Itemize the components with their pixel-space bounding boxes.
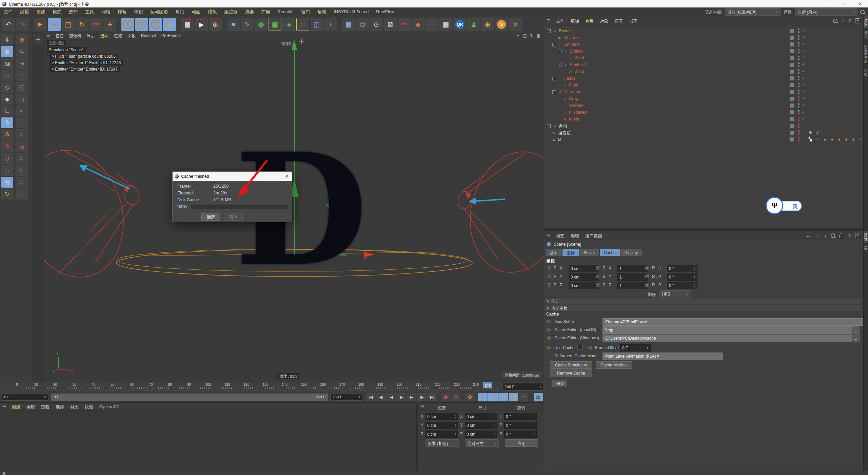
tree-row-wind[interactable]: ✕Wind✓ bbox=[544, 68, 864, 75]
keyframe-ring[interactable] bbox=[548, 283, 551, 287]
layer-toggle[interactable] bbox=[790, 110, 794, 114]
menu-item-redshift[interactable]: Redshift bbox=[274, 7, 297, 16]
box-c-icon[interactable]: ◻ bbox=[16, 94, 28, 104]
menu-item-渲染[interactable]: 渲染 bbox=[241, 7, 257, 16]
tree-row-magic[interactable]: ◆Magic✓ bbox=[544, 116, 864, 122]
prev-key-button[interactable]: ◀| bbox=[376, 393, 386, 401]
render-visibility-dot[interactable] bbox=[798, 140, 800, 141]
dots-e-icon[interactable]: ∷ bbox=[16, 177, 28, 188]
layer-toggle[interactable] bbox=[790, 49, 794, 53]
qr-tool-icon[interactable]: QR bbox=[453, 18, 466, 31]
texture-tag-icon[interactable]: ▚ bbox=[809, 137, 812, 141]
cache-macos-key[interactable] bbox=[547, 328, 551, 331]
cache-meshes-button[interactable]: Cache Meshes bbox=[596, 361, 632, 369]
om-menu-对象[interactable]: 对象 bbox=[597, 18, 611, 24]
enabled-check-icon[interactable]: ✓ bbox=[802, 62, 805, 67]
camera-target-icon[interactable]: ⊕ bbox=[809, 130, 812, 135]
enabled-check-icon[interactable]: ✓ bbox=[802, 49, 805, 53]
layer-toggle[interactable] bbox=[790, 36, 794, 40]
mirror-icon[interactable]: ⇥ bbox=[16, 58, 28, 69]
coord-value-field[interactable]: 0 °▲▼ bbox=[504, 413, 537, 420]
enabled-check-icon[interactable]: ✓ bbox=[802, 103, 805, 108]
om-add-icon[interactable]: + bbox=[855, 18, 860, 23]
render-visibility-dot[interactable] bbox=[798, 65, 800, 67]
om-filter-icon[interactable]: ∇ bbox=[848, 18, 851, 23]
attr-coord-field[interactable]: 0 cm▲▼ bbox=[569, 282, 599, 289]
enabled-check-icon[interactable]: ✓ bbox=[802, 42, 805, 46]
enabled-check-icon[interactable]: ✓ bbox=[802, 76, 805, 80]
attr-search-icon[interactable] bbox=[831, 233, 835, 238]
om-menu-标签[interactable]: 标签 bbox=[611, 18, 626, 24]
collapsed-section-0[interactable]: ▶四元 bbox=[546, 298, 861, 304]
attr-menu-用户数据[interactable]: 用户数据 bbox=[582, 232, 605, 239]
tree-row-meshers[interactable]: ◆Meshers✓ bbox=[544, 34, 864, 41]
menu-item-realflow[interactable]: RealFlow bbox=[372, 7, 398, 16]
attr-tab-display[interactable]: Display bbox=[620, 249, 642, 256]
record-keyframe-button[interactable]: ◉ bbox=[441, 393, 450, 401]
dots-f-icon[interactable]: ∷ bbox=[16, 189, 28, 200]
enabled-check-icon[interactable]: ✓ bbox=[802, 89, 805, 94]
editor-visibility-dot[interactable] bbox=[798, 62, 800, 64]
editor-visibility-dot[interactable] bbox=[798, 96, 800, 98]
render-visibility-dot[interactable] bbox=[798, 86, 800, 87]
coord-value-field[interactable]: 0 cm▲▼ bbox=[465, 422, 497, 429]
current-frame-spinner[interactable]: 246 F▲▼ bbox=[502, 383, 543, 391]
attr-menu-编辑[interactable]: 编辑 bbox=[568, 232, 582, 239]
render-visibility-dot[interactable] bbox=[798, 52, 800, 53]
status-burger-icon[interactable]: ☰ bbox=[0, 472, 8, 475]
frame-offset-key[interactable] bbox=[588, 346, 592, 349]
tree-row-sheeter[interactable]: ◗Sheeter✓ bbox=[544, 102, 864, 109]
menu-item-文件[interactable]: 文件 bbox=[0, 7, 16, 16]
attr-tab-基本[interactable]: 基本 bbox=[546, 249, 562, 256]
key-scale-toggle[interactable]: ◳ bbox=[488, 393, 498, 401]
attr-coord-field[interactable]: 1▲▼ bbox=[617, 265, 648, 272]
tree-row-k-isolated[interactable]: ◖k Isolated✓ bbox=[544, 109, 864, 116]
solid-triangle-tag-icon[interactable]: ▲ bbox=[823, 137, 827, 141]
add-array-icon[interactable]: ∷ bbox=[296, 18, 309, 31]
key-rotation-toggle[interactable]: ↻ bbox=[498, 393, 508, 401]
play-button[interactable]: ▶ bbox=[397, 393, 406, 401]
render-visibility-dot[interactable] bbox=[798, 119, 800, 121]
coord-value-field[interactable]: 0 °▲▼ bbox=[504, 422, 537, 429]
side-tab-内容浏览器[interactable]: 内容浏览器 bbox=[864, 42, 868, 66]
remove-cache-button[interactable]: Remove Cache bbox=[550, 369, 592, 377]
om-menu-burger[interactable]: ☰ bbox=[544, 18, 553, 23]
motion-system-button[interactable]: ▤ bbox=[534, 393, 543, 401]
cache-simulation-button[interactable]: Cache Simulation bbox=[550, 361, 592, 369]
attr-menu-burger[interactable]: ☰ bbox=[544, 233, 553, 238]
enabled-check-icon[interactable]: ✓ bbox=[802, 110, 805, 114]
tree-expand-toggle[interactable]: − bbox=[558, 63, 561, 67]
material-menu-创建[interactable]: 创建 bbox=[9, 403, 23, 410]
sphere-tool-icon[interactable]: ◐ bbox=[16, 106, 28, 116]
menu-item-编辑[interactable]: 编辑 bbox=[16, 7, 33, 16]
editor-visibility-dot[interactable] bbox=[798, 110, 800, 112]
tree-row-d[interactable]: ▲D▚⁖▲▲▲▲▲△△△△△△△△▤✦ bbox=[544, 136, 864, 143]
material-menu-材质[interactable]: 材质 bbox=[67, 403, 82, 410]
sketch-icon[interactable]: S bbox=[495, 18, 508, 31]
menu-item-模拟[interactable]: 模拟 bbox=[204, 7, 220, 16]
edges-mode-icon[interactable]: ◇ bbox=[1, 82, 13, 93]
material-menu-编辑[interactable]: 编辑 bbox=[23, 403, 38, 410]
dots-c-icon[interactable]: ∷ bbox=[16, 153, 28, 164]
prev-frame-button[interactable]: ◀ bbox=[387, 393, 396, 401]
key-pla-toggle[interactable]: ∷ bbox=[519, 393, 528, 401]
side-tab-场次[interactable]: 场次 bbox=[864, 29, 868, 41]
viewport[interactable]: D 透视视图 Simulation "Scene":> Fluid "Fluid… bbox=[44, 32, 544, 382]
render-visibility-dot[interactable] bbox=[798, 58, 800, 60]
dialog-close-icon[interactable]: ✕ bbox=[281, 174, 292, 179]
add-light-icon[interactable]: ⊙ bbox=[370, 18, 383, 31]
menu-item-样条[interactable]: 样条 bbox=[114, 7, 130, 16]
ime-indicator[interactable]: 英 Ψ bbox=[766, 197, 803, 214]
range-start-spinner[interactable]: 0 F▲▼ bbox=[2, 393, 48, 401]
editor-visibility-dot[interactable] bbox=[798, 130, 800, 132]
enabled-check-icon[interactable]: ✓ bbox=[802, 35, 805, 40]
spline-circle-icon[interactable]: ◌ bbox=[426, 18, 438, 31]
enabled-check-icon[interactable]: ✓ bbox=[802, 116, 805, 121]
coord-value-field[interactable]: 0 cm▲▼ bbox=[426, 422, 458, 429]
key-parameter-toggle[interactable]: Ⓟ bbox=[509, 393, 518, 401]
lock-x-axis-icon[interactable]: X bbox=[121, 18, 134, 31]
side-tab-对象[interactable]: 对象 bbox=[864, 16, 868, 28]
x-particles-icon[interactable]: ✕ bbox=[509, 18, 522, 31]
snap-modes-icon[interactable]: S bbox=[1, 129, 13, 140]
editor-visibility-dot[interactable] bbox=[798, 42, 800, 44]
